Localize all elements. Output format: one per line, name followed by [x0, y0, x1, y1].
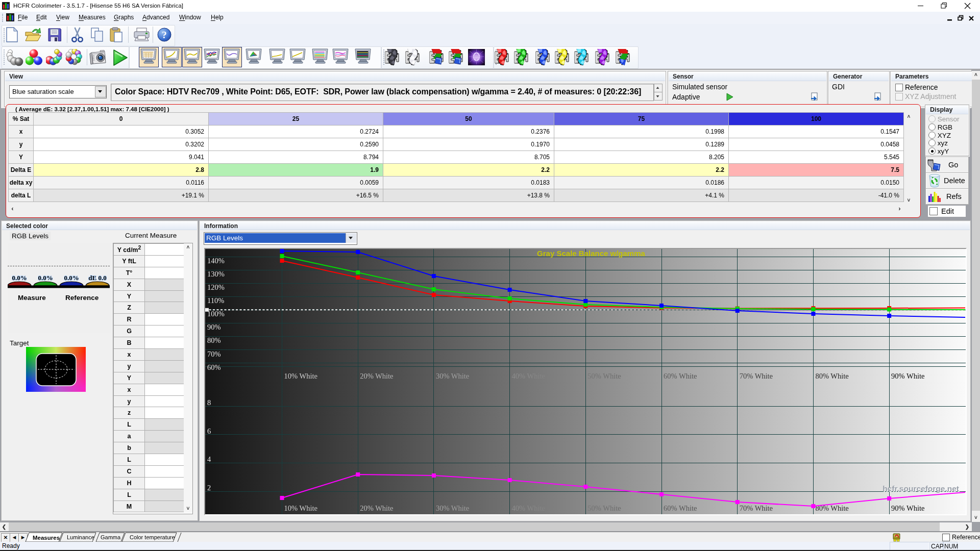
svg-text:80%: 80%	[207, 336, 221, 344]
svg-text:50% White: 50% White	[587, 372, 621, 380]
svg-text:100%: 100%	[207, 310, 225, 318]
svg-text:90% White: 90% White	[891, 504, 924, 512]
svg-text:110%: 110%	[207, 296, 224, 305]
svg-text:70% White: 70% White	[740, 504, 773, 512]
svg-text:70% White: 70% White	[740, 372, 773, 380]
svg-text:20% White: 20% White	[360, 504, 393, 512]
svg-text:Color temperature: Color temperature	[130, 534, 175, 540]
svg-text:130%: 130%	[207, 270, 225, 278]
svg-text:20% White: 20% White	[360, 372, 393, 380]
svg-text:120%: 120%	[207, 283, 225, 291]
svg-text:Measures: Measures	[33, 535, 60, 541]
svg-text:hcfr.sourceforge.net: hcfr.sourceforge.net	[883, 484, 959, 493]
svg-text:60% White: 60% White	[664, 372, 697, 380]
svg-text:8: 8	[207, 398, 211, 407]
svg-text:60%: 60%	[207, 363, 221, 371]
svg-text:2: 2	[207, 484, 211, 492]
svg-text:30% White: 30% White	[436, 504, 469, 512]
svg-text:Gray Scale Balance w/gamma: Gray Scale Balance w/gamma	[537, 249, 645, 258]
svg-text:60% White: 60% White	[664, 504, 697, 512]
svg-text:10% White: 10% White	[284, 372, 317, 380]
svg-text:40% White: 40% White	[512, 372, 545, 380]
svg-text:90%: 90%	[207, 323, 221, 331]
svg-text:140%: 140%	[207, 257, 225, 265]
svg-text:6: 6	[207, 427, 211, 435]
svg-text:30% White: 30% White	[436, 372, 469, 380]
svg-text:70%: 70%	[207, 350, 221, 358]
svg-text:?: ?	[162, 30, 167, 40]
svg-text:10% White: 10% White	[284, 504, 317, 512]
svg-text:4: 4	[207, 455, 211, 463]
svg-text:Luminance: Luminance	[67, 534, 94, 540]
svg-text:40% White: 40% White	[512, 504, 545, 512]
svg-text:90% White: 90% White	[891, 372, 924, 380]
svg-text:80% White: 80% White	[815, 372, 848, 380]
svg-text:50% White: 50% White	[587, 504, 621, 512]
svg-text:Gamma: Gamma	[101, 534, 121, 540]
